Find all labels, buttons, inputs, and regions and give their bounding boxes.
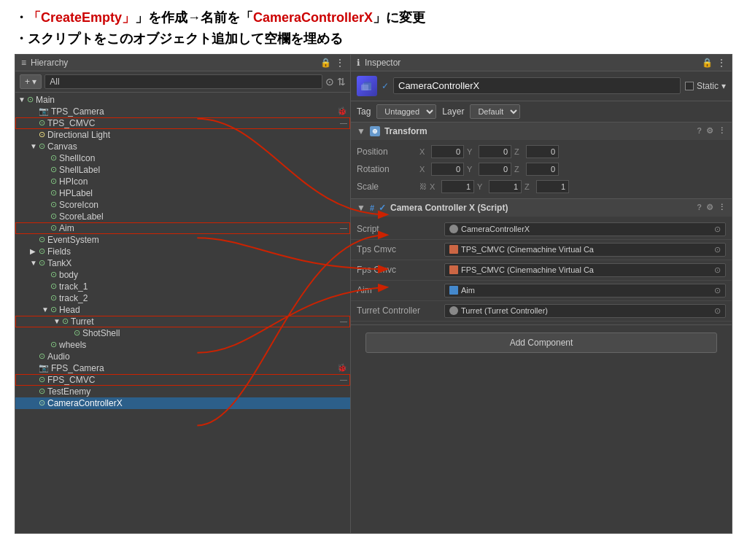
game-object-icon: ⊙ (74, 328, 80, 338)
layer-dropdown[interactable]: Default (470, 104, 520, 119)
item-label: Canvas (47, 141, 77, 152)
asset-icon (449, 265, 458, 274)
item-label: Fields (47, 246, 71, 257)
rotation-row: Rotation X Y Z (351, 160, 732, 178)
target-icon[interactable]: ⊙ (714, 306, 721, 316)
component-header-transform[interactable]: ▼ ⊕ Transform ? ⚙ ⋮ (351, 122, 732, 140)
rotation-x[interactable] (431, 163, 464, 176)
rotation-z[interactable] (526, 163, 559, 176)
hierarchy-item-shellicon[interactable]: ⊙ ShellIcon (15, 152, 350, 164)
rotation-y[interactable] (479, 163, 511, 176)
position-z[interactable] (526, 145, 559, 158)
item-label: Main (36, 95, 55, 105)
inspector-lock-icon[interactable]: 🔒 (702, 58, 713, 68)
y-axis-label: Y (477, 182, 486, 191)
hierarchy-item-track2[interactable]: ⊙ track_2 (15, 292, 350, 304)
tag-label: Tag (357, 106, 371, 117)
settings-icon[interactable]: ⚙ (706, 203, 713, 212)
hierarchy-item-tankx[interactable]: ▼ ⊙ TankX (15, 257, 350, 269)
info-icon: ℹ (357, 58, 360, 68)
field-value[interactable]: Turret (Turret Controller) ⊙ (444, 304, 726, 318)
hierarchy-item-fields[interactable]: ▶ ⊙ Fields (15, 246, 350, 257)
hierarchy-item-shelllabel[interactable]: ⊙ ShellLabel (15, 164, 350, 176)
target-icon[interactable]: ⊙ (714, 245, 721, 254)
inspector-panel-header: ℹ Inspector 🔒 ⋮ (351, 55, 732, 71)
hierarchy-add-button[interactable]: + ▾ (20, 74, 42, 89)
item-label: ShellIcon (59, 153, 95, 163)
script-field-turret-controller: Turret Controller Turret (Turret Control… (351, 301, 732, 322)
hierarchy-item-fps-camera[interactable]: 📷 FPS_Camera 🐞 (15, 362, 350, 374)
help-icon[interactable]: ? (697, 203, 702, 212)
script-active-check[interactable]: ✓ (379, 203, 386, 213)
hierarchy-item-dir-light[interactable]: ⊙ Directional Light (15, 129, 350, 141)
annotation-keyword1: 「CreateEmpty」 (28, 10, 135, 25)
hierarchy-item-cameracontrollerx[interactable]: ⊙ CameraControllerX (15, 397, 350, 409)
script-field-value[interactable]: CameraControllerX ⊙ (444, 222, 726, 236)
target-icon[interactable]: ⊙ (714, 265, 721, 275)
hierarchy-item-fps-cmvc[interactable]: ⊙ FPS_CMVC — (15, 374, 350, 386)
hierarchy-item-aim[interactable]: ⊙ Aim — (15, 222, 350, 234)
field-text: Turret (Turret Controller) (461, 306, 548, 315)
game-object-icon: ⊙ (50, 281, 57, 291)
hierarchy-item-body[interactable]: ⊙ body (15, 269, 350, 281)
game-object-icon: ⊙ (50, 293, 57, 303)
position-x[interactable] (431, 145, 464, 158)
hierarchy-item-hpicon[interactable]: ⊙ HPIcon (15, 176, 350, 187)
more-icon[interactable]: ⋮ (718, 203, 726, 212)
position-y[interactable] (479, 145, 511, 158)
hierarchy-more-icon[interactable]: ⋮ (336, 58, 344, 68)
hierarchy-item-tps-camera[interactable]: 📷 TPS_Camera 🐞 (15, 106, 350, 117)
item-label: Head (59, 305, 80, 315)
scale-y[interactable] (489, 180, 522, 193)
hierarchy-item-track1[interactable]: ⊙ track_1 (15, 281, 350, 292)
transform-icon: ⊕ (370, 126, 380, 136)
scale-label: Scale (357, 182, 415, 192)
scale-z[interactable] (536, 180, 569, 193)
game-object-icon: ⊙ (50, 200, 57, 209)
component-header-script[interactable]: ▼ # ✓ Camera Controller X (Script) ? ⚙ ⋮ (351, 199, 732, 217)
camera-icon: 📷 (39, 106, 49, 116)
dash-icon: — (340, 119, 347, 127)
hierarchy-item-tps-cmvc[interactable]: ⊙ TPS_CMVC — (15, 117, 350, 129)
scale-x[interactable] (441, 180, 474, 193)
x-axis-label: X (419, 147, 428, 156)
x-axis-label: X (419, 165, 428, 174)
game-object-icon: ⊙ (50, 305, 57, 314)
hierarchy-item-scoreicon[interactable]: ⊙ ScoreIcon (15, 199, 350, 211)
hierarchy-filter-icon[interactable]: ⊙ (325, 76, 334, 88)
hierarchy-search-input[interactable] (44, 74, 322, 89)
item-label: FPS_Camera (51, 363, 104, 373)
hierarchy-item-eventsystem[interactable]: ⊙ EventSystem (15, 234, 350, 246)
settings-icon[interactable]: ⚙ (706, 126, 713, 136)
object-name-field[interactable] (393, 77, 681, 94)
hierarchy-item-hplabel[interactable]: ⊙ HPLabel (15, 187, 350, 199)
target-icon[interactable]: ⊙ (714, 286, 721, 295)
item-label: TestEnemy (47, 386, 90, 397)
field-value[interactable]: FPS_CMVC (Cinemachine Virtual Ca ⊙ (444, 263, 726, 277)
hierarchy-item-testenemy[interactable]: ⊙ TestEnemy (15, 386, 350, 397)
static-dropdown-arrow[interactable]: ▾ (721, 81, 726, 91)
static-checkbox[interactable] (685, 82, 694, 90)
hierarchy-item-wheels[interactable]: ⊙ wheels (15, 339, 350, 351)
more-icon[interactable]: ⋮ (718, 126, 726, 136)
inspector-more-icon[interactable]: ⋮ (717, 58, 726, 68)
hierarchy-item-audio[interactable]: ⊙ Audio (15, 351, 350, 362)
field-value[interactable]: Aim ⊙ (444, 284, 726, 298)
active-checkbox[interactable]: ✓ (382, 81, 389, 91)
hierarchy-item-turret[interactable]: ▼ ⊙ Turret — (15, 316, 350, 327)
tag-dropdown[interactable]: Untagged (376, 104, 436, 119)
script-field-fps-cmvc: Fps Cmvc FPS_CMVC (Cinemachine Virtual C… (351, 260, 732, 281)
help-icon[interactable]: ? (697, 126, 702, 136)
item-label: track_1 (59, 281, 88, 292)
hierarchy-lock-icon[interactable]: 🔒 (320, 58, 331, 68)
hierarchy-item-main[interactable]: ▼ ⊙ Main ⋮ (15, 94, 350, 106)
hierarchy-item-shotshell[interactable]: ⊙ ShotShell (15, 327, 350, 339)
add-component-button[interactable]: Add Component (365, 332, 717, 353)
hierarchy-item-canvas[interactable]: ▼ ⊙ Canvas (15, 141, 350, 152)
hierarchy-item-scorelabel[interactable]: ⊙ ScoreLabel (15, 211, 350, 222)
field-value[interactable]: TPS_CMVC (Cinemachine Virtual Ca ⊙ (444, 243, 726, 257)
target-icon[interactable]: ⊙ (714, 225, 721, 234)
hierarchy-sort-icon[interactable]: ⇅ (337, 76, 346, 88)
hierarchy-item-head[interactable]: ▼ ⊙ Head (15, 304, 350, 316)
svg-rect-2 (361, 85, 368, 90)
